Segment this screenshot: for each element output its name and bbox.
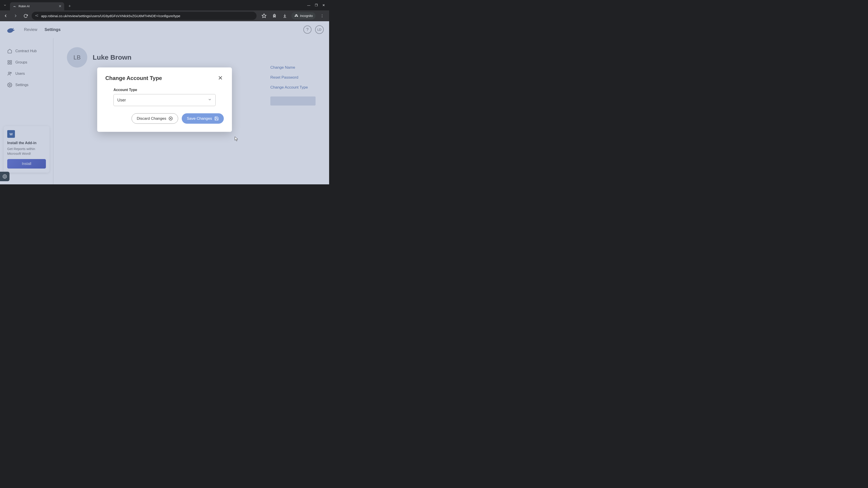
svg-point-16 bbox=[3, 175, 7, 178]
chevron-down-icon bbox=[208, 97, 212, 103]
address-bar[interactable]: app.robinai.co.uk/review/settings/users/… bbox=[32, 12, 256, 20]
svg-marker-3 bbox=[262, 14, 266, 18]
new-tab-button[interactable]: + bbox=[66, 2, 73, 10]
svg-point-15 bbox=[4, 175, 5, 177]
tab-close-icon[interactable]: ✕ bbox=[59, 4, 61, 8]
help-fab-button[interactable] bbox=[0, 172, 9, 181]
modal-title: Change Account Type bbox=[105, 75, 162, 81]
tab-title: Robin AI bbox=[19, 4, 57, 8]
save-changes-button[interactable]: Save Changes bbox=[182, 113, 224, 124]
x-circle-icon bbox=[168, 116, 173, 121]
url-text: app.robinai.co.uk/review/settings/users/… bbox=[41, 14, 180, 18]
browser-toolbar: app.robinai.co.uk/review/settings/users/… bbox=[0, 10, 329, 21]
discard-changes-button[interactable]: Discard Changes bbox=[131, 113, 178, 124]
bookmark-icon[interactable] bbox=[260, 12, 268, 20]
minimize-button[interactable]: — bbox=[307, 3, 310, 7]
save-icon bbox=[214, 116, 219, 121]
maximize-button[interactable]: ❐ bbox=[315, 3, 318, 7]
save-label: Save Changes bbox=[187, 116, 212, 121]
account-type-select[interactable]: User bbox=[114, 94, 216, 106]
site-info-icon[interactable] bbox=[35, 13, 39, 18]
reload-button[interactable] bbox=[22, 12, 29, 20]
downloads-icon[interactable] bbox=[281, 12, 289, 20]
change-account-type-modal: Change Account Type ✕ Account Type User … bbox=[97, 67, 232, 132]
back-button[interactable] bbox=[2, 12, 9, 20]
discard-label: Discard Changes bbox=[137, 116, 166, 121]
incognito-badge[interactable]: Incognito bbox=[291, 12, 315, 20]
browser-menu-icon[interactable]: ⋮ bbox=[318, 12, 326, 20]
extensions-icon[interactable] bbox=[271, 12, 278, 20]
tab-search-dropdown[interactable] bbox=[0, 0, 10, 10]
browser-tab[interactable]: Robin AI ✕ bbox=[10, 2, 64, 10]
window-controls: — ❐ ✕ bbox=[307, 3, 329, 7]
tab-favicon-icon bbox=[13, 4, 17, 8]
svg-point-0 bbox=[36, 15, 36, 16]
app-root: Review Settings ? LD Contract Hub Groups… bbox=[0, 21, 329, 184]
forward-button[interactable] bbox=[12, 12, 20, 20]
browser-tab-strip: Robin AI ✕ + — ❐ ✕ bbox=[0, 0, 329, 10]
incognito-label: Incognito bbox=[300, 14, 313, 18]
account-type-value: User bbox=[117, 98, 126, 102]
close-icon[interactable]: ✕ bbox=[217, 74, 224, 81]
close-window-button[interactable]: ✕ bbox=[322, 3, 325, 7]
account-type-label: Account Type bbox=[114, 88, 216, 92]
